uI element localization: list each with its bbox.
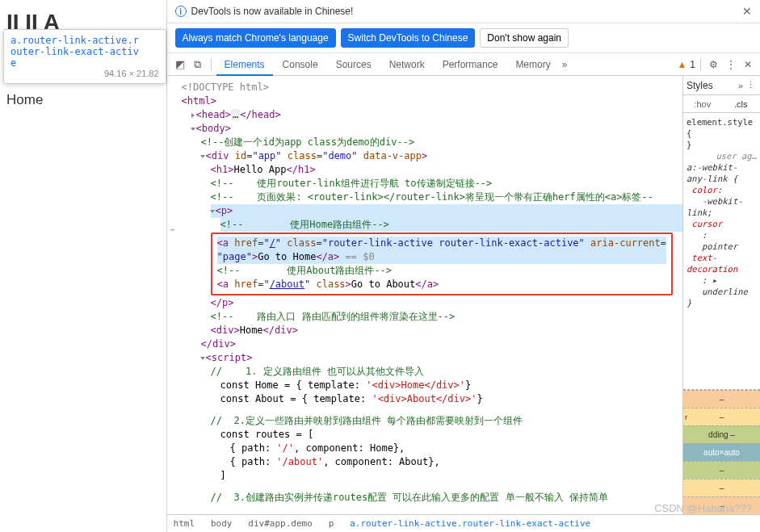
tab-sources[interactable]: Sources [328,53,380,76]
more-icon[interactable]: ⋮ [723,59,739,70]
dom-html-open[interactable]: <html> [182,95,216,107]
filter-cls[interactable]: .cls [722,95,761,112]
ellipsis: … [231,109,240,120]
href-link[interactable]: /about [270,279,304,290]
dom-body[interactable]: <body> [196,123,231,134]
chevron-right-icon[interactable]: » [738,81,743,90]
dom-div[interactable]: <div> [211,325,240,336]
styles-header: Styles » ⋮ [683,76,760,95]
dom-comment: <!--创建一个id为app class为demo的div--> [201,136,415,148]
close-devtools-icon[interactable]: ✕ [741,59,755,70]
more-icon[interactable]: ⋮ [746,80,755,90]
dom-text: Hello App [233,164,286,175]
box-model: – r– dding – auto×auto – – – [683,389,760,514]
devtools: i DevTools is now available in Chinese! … [167,0,760,532]
rule-close: } [687,139,757,150]
inspect-tooltip: a.router-link-active.router-link-exact-a… [3,29,166,84]
inspect-icon[interactable]: ◩ [172,58,188,70]
gutter-ellipsis: ⋯ [167,223,178,237]
btn-match-language[interactable]: Always match Chrome's language [175,28,336,48]
dom-div-close: </div> [201,338,236,350]
rule-close: } [687,297,757,308]
bm-border-b: – [683,479,760,496]
highlighted-anchors: <a href="/" class="router-link-active ro… [211,232,673,295]
dom-h1-close: </h1> [287,164,316,175]
separator [700,58,701,71]
breadcrumb[interactable]: html body div#app.demo p a.router-link-a… [167,514,760,532]
dom-head-close: </head> [240,109,281,120]
dom-$0: == $0 [339,251,374,262]
rule-source: user ag… [687,150,757,161]
tab-network[interactable]: Network [381,53,433,76]
crumb-p[interactable]: p [329,518,334,529]
dom-tree[interactable]: ⋯ <!DOCTYPE html> <html> <head>…</head> … [167,76,682,514]
dom-head[interactable]: <head> [196,109,231,120]
rule-selector: a:-webkit-any-link { [687,161,757,184]
settings-icon[interactable]: ⚙ [706,59,721,70]
styles-pane: Styles » ⋮ :hov .cls element.style { } u… [682,76,760,514]
bm-margin-b: – [683,496,760,514]
info-bar: i DevTools is now available in Chinese! … [167,0,760,23]
tab-memory[interactable]: Memory [507,53,558,76]
devtools-tabs: ◩ ⧉ Elements Console Sources Network Per… [167,53,760,76]
info-icon: i [175,6,187,17]
warning-badge[interactable]: ▲ 1 [677,59,695,70]
tab-performance[interactable]: Performance [435,53,506,76]
router-view: Home [6,92,160,108]
separator [211,58,212,71]
dom-p[interactable]: <p> [216,205,233,216]
dom-h1[interactable]: <h1> [211,164,234,175]
device-icon[interactable]: ⧉ [190,58,206,71]
filter-hov[interactable]: :hov [683,95,722,112]
styles-filters: :hov .cls [683,95,760,113]
bm-padding-b: – [683,461,760,479]
dom-p-close: </p> [211,297,234,308]
dom-text: Home [240,325,263,336]
btn-switch-chinese[interactable]: Switch DevTools to Chinese [341,28,476,48]
crumb-html[interactable]: html [174,518,195,529]
tabs-more-icon[interactable]: » [562,59,568,70]
btn-dont-show[interactable]: Don't show again [480,28,569,48]
tab-elements[interactable]: Elements [216,53,273,76]
language-buttons: Always match Chrome's language Switch De… [167,23,760,53]
crumb-app[interactable]: div#app.demo [248,518,312,529]
expand-icon[interactable] [210,210,215,213]
dom-script[interactable]: <script> [206,352,253,363]
expand-icon[interactable] [191,113,195,118]
expand-icon[interactable] [200,155,205,158]
tooltip-dimensions: 94.16 × 21.82 [104,69,159,78]
styles-rules[interactable]: element.style { } user ag… a:-webkit-any… [683,113,760,389]
styles-tab[interactable]: Styles [687,80,713,91]
bm-content: auto×auto [683,443,760,461]
rule-element-style: element.style { [687,116,757,139]
expand-icon[interactable] [191,128,195,131]
href-link[interactable]: / [270,237,275,249]
main-split: ⋯ <!DOCTYPE html> <html> <head>…</head> … [167,76,760,514]
expand-icon[interactable] [200,357,205,360]
close-icon[interactable]: ✕ [742,5,752,18]
warning-icon: ▲ [677,59,687,70]
tooltip-selector: a.router-link-active.router-link-exact-a… [10,35,140,69]
bm-border: r– [683,408,760,425]
bm-margin: – [683,390,760,408]
info-text: DevTools is now available in Chinese! [191,6,354,17]
dom-selected-row[interactable]: <p> [211,204,682,218]
rendered-page: II II A a.router-link-active.router-link… [0,0,167,532]
tab-console[interactable]: Console [275,53,326,76]
crumb-current[interactable]: a.router-link-active.router-link-exact-a… [350,518,590,529]
warning-count: 1 [690,59,695,70]
dom-doctype: <!DOCTYPE html> [182,82,269,93]
crumb-body[interactable]: body [211,518,233,529]
dom-div-close: </div> [263,325,298,336]
bm-padding: dding – [683,425,760,443]
